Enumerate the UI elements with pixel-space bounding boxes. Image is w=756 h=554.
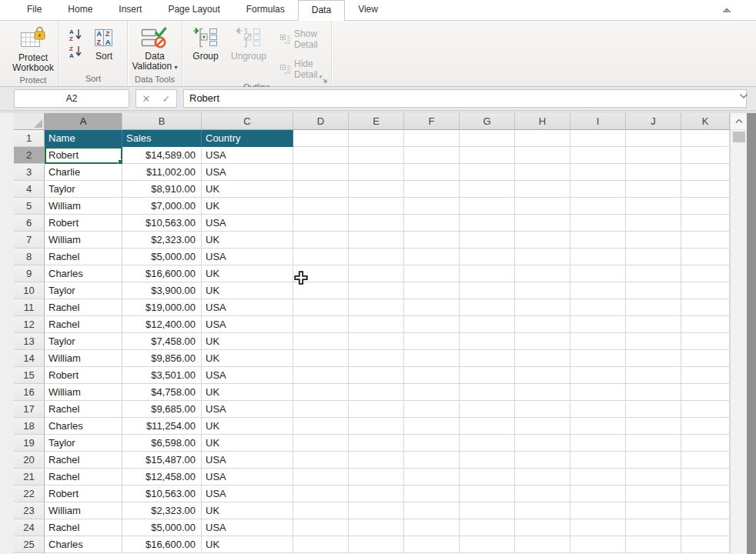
cell-C21[interactable]: USA bbox=[202, 469, 293, 486]
cell-F13[interactable] bbox=[404, 333, 460, 350]
cell-G25[interactable] bbox=[460, 536, 515, 553]
cell-J1[interactable] bbox=[626, 130, 681, 147]
cell-A10[interactable]: Taylor bbox=[45, 282, 122, 299]
cell-C14[interactable]: UK bbox=[202, 350, 293, 367]
cell-K5[interactable] bbox=[681, 198, 730, 215]
cell-K4[interactable] bbox=[681, 181, 730, 198]
cell-B8[interactable]: $5,000.00 bbox=[122, 249, 202, 265]
cell-J17[interactable] bbox=[626, 401, 681, 418]
cell-G7[interactable] bbox=[460, 232, 515, 249]
cell-K22[interactable] bbox=[681, 486, 730, 502]
cell-K6[interactable] bbox=[681, 215, 730, 232]
cell-J20[interactable] bbox=[626, 452, 681, 469]
cell-K12[interactable] bbox=[681, 316, 730, 333]
cell-E19[interactable] bbox=[349, 435, 404, 452]
cell-G3[interactable] bbox=[460, 164, 515, 181]
cell-A4[interactable]: Taylor bbox=[45, 181, 122, 198]
cell-I8[interactable] bbox=[570, 249, 626, 265]
cell-D8[interactable] bbox=[293, 249, 349, 265]
cell-J10[interactable] bbox=[626, 282, 681, 299]
row-header-5[interactable]: 5 bbox=[14, 198, 45, 215]
cell-E1[interactable] bbox=[349, 130, 404, 147]
column-header-C[interactable]: C bbox=[202, 113, 293, 130]
row-header-19[interactable]: 19 bbox=[14, 435, 45, 452]
cell-J14[interactable] bbox=[626, 350, 681, 367]
cell-H9[interactable] bbox=[515, 265, 570, 282]
cell-K17[interactable] bbox=[681, 401, 730, 418]
group-button[interactable]: Group bbox=[189, 25, 222, 63]
cell-I11[interactable] bbox=[570, 299, 626, 316]
cell-K16[interactable] bbox=[681, 384, 730, 401]
cell-C17[interactable]: USA bbox=[202, 401, 293, 418]
cell-G23[interactable] bbox=[460, 502, 515, 519]
cell-A17[interactable]: Rachel bbox=[45, 401, 122, 418]
cell-J6[interactable] bbox=[626, 215, 681, 232]
cell-D3[interactable] bbox=[293, 164, 349, 181]
cell-K25[interactable] bbox=[681, 536, 730, 553]
column-header-G[interactable]: G bbox=[460, 113, 515, 130]
cell-C25[interactable]: UK bbox=[202, 536, 293, 553]
sort-za-button[interactable]: Z A bbox=[67, 45, 84, 58]
cell-E25[interactable] bbox=[349, 536, 404, 553]
cell-B23[interactable]: $2,323.00 bbox=[122, 502, 202, 519]
cell-D18[interactable] bbox=[293, 418, 349, 435]
cell-G14[interactable] bbox=[460, 350, 515, 367]
cell-B6[interactable]: $10,563.00 bbox=[122, 215, 202, 232]
cell-B9[interactable]: $16,600.00 bbox=[122, 265, 202, 282]
outline-dialog-launcher-icon[interactable] bbox=[319, 75, 328, 84]
row-header-14[interactable]: 14 bbox=[14, 350, 45, 367]
cell-B15[interactable]: $3,501.00 bbox=[122, 367, 202, 384]
cell-F24[interactable] bbox=[404, 519, 460, 536]
cell-B25[interactable]: $16,600.00 bbox=[122, 536, 202, 553]
cell-A16[interactable]: William bbox=[45, 384, 122, 401]
cell-B22[interactable]: $10,563.00 bbox=[122, 486, 202, 502]
cell-H17[interactable] bbox=[515, 401, 570, 418]
cell-G2[interactable] bbox=[460, 147, 515, 164]
cell-I10[interactable] bbox=[570, 282, 626, 299]
cell-F22[interactable] bbox=[404, 486, 460, 502]
cell-F19[interactable] bbox=[404, 435, 460, 452]
cell-C5[interactable]: UK bbox=[202, 198, 293, 215]
cell-G10[interactable] bbox=[460, 282, 515, 299]
cell-H7[interactable] bbox=[515, 232, 570, 249]
cell-F6[interactable] bbox=[404, 215, 460, 232]
row-header-21[interactable]: 21 bbox=[14, 469, 45, 486]
cell-H1[interactable] bbox=[515, 130, 570, 147]
cell-G12[interactable] bbox=[460, 316, 515, 333]
cell-H3[interactable] bbox=[515, 164, 570, 181]
cell-A11[interactable]: Rachel bbox=[45, 299, 122, 316]
cell-G6[interactable] bbox=[460, 215, 515, 232]
cell-I14[interactable] bbox=[570, 350, 626, 367]
cell-C7[interactable]: UK bbox=[202, 232, 293, 249]
cell-C12[interactable]: USA bbox=[202, 316, 293, 333]
cell-C3[interactable]: USA bbox=[202, 164, 293, 181]
cell-F10[interactable] bbox=[404, 282, 460, 299]
cell-K1[interactable] bbox=[681, 130, 730, 147]
cell-F23[interactable] bbox=[404, 502, 460, 519]
cell-H10[interactable] bbox=[515, 282, 570, 299]
cell-K13[interactable] bbox=[681, 333, 730, 350]
cell-H2[interactable] bbox=[515, 147, 570, 164]
cell-E13[interactable] bbox=[349, 333, 404, 350]
cell-K10[interactable] bbox=[681, 282, 730, 299]
formula-input[interactable]: Robert bbox=[183, 89, 747, 108]
column-header-K[interactable]: K bbox=[681, 113, 730, 130]
cell-K7[interactable] bbox=[681, 232, 730, 249]
cell-H5[interactable] bbox=[515, 198, 570, 215]
cell-D5[interactable] bbox=[293, 198, 349, 215]
cell-I18[interactable] bbox=[570, 418, 626, 435]
cell-F20[interactable] bbox=[404, 452, 460, 469]
cell-H6[interactable] bbox=[515, 215, 570, 232]
cell-J23[interactable] bbox=[626, 502, 681, 519]
cell-H22[interactable] bbox=[515, 486, 570, 502]
cell-K2[interactable] bbox=[681, 147, 730, 164]
cell-A8[interactable]: Rachel bbox=[45, 249, 122, 265]
cell-I17[interactable] bbox=[570, 401, 626, 418]
cell-E15[interactable] bbox=[349, 367, 404, 384]
row-header-7[interactable]: 7 bbox=[14, 232, 45, 249]
cell-A5[interactable]: William bbox=[45, 198, 122, 215]
cell-J19[interactable] bbox=[626, 435, 681, 452]
cell-G20[interactable] bbox=[460, 452, 515, 469]
cell-F14[interactable] bbox=[404, 350, 460, 367]
cell-I15[interactable] bbox=[570, 367, 626, 384]
